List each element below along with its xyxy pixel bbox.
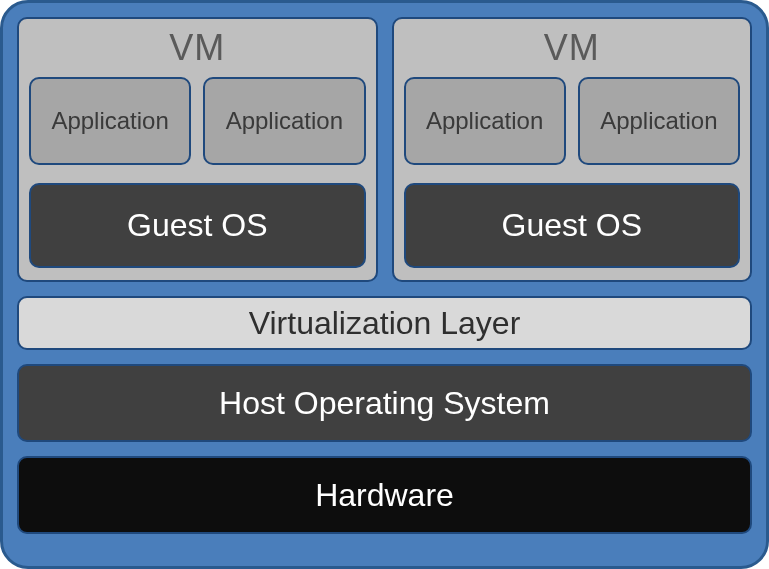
guest-os-box: Guest OS xyxy=(404,183,741,268)
host-os-layer: Host Operating System xyxy=(17,364,752,442)
vm-title: VM xyxy=(404,27,741,69)
virtualization-diagram: VM Application Application Guest OS VM A… xyxy=(0,0,769,569)
virtualization-layer: Virtualization Layer xyxy=(17,296,752,350)
vm-box-2: VM Application Application Guest OS xyxy=(392,17,753,282)
application-box: Application xyxy=(404,77,566,165)
vm-row: VM Application Application Guest OS VM A… xyxy=(17,17,752,282)
vm-box-1: VM Application Application Guest OS xyxy=(17,17,378,282)
vm-title: VM xyxy=(29,27,366,69)
application-box: Application xyxy=(29,77,191,165)
application-box: Application xyxy=(203,77,365,165)
guest-os-box: Guest OS xyxy=(29,183,366,268)
application-box: Application xyxy=(578,77,740,165)
hardware-layer: Hardware xyxy=(17,456,752,534)
app-row: Application Application xyxy=(404,77,741,165)
app-row: Application Application xyxy=(29,77,366,165)
